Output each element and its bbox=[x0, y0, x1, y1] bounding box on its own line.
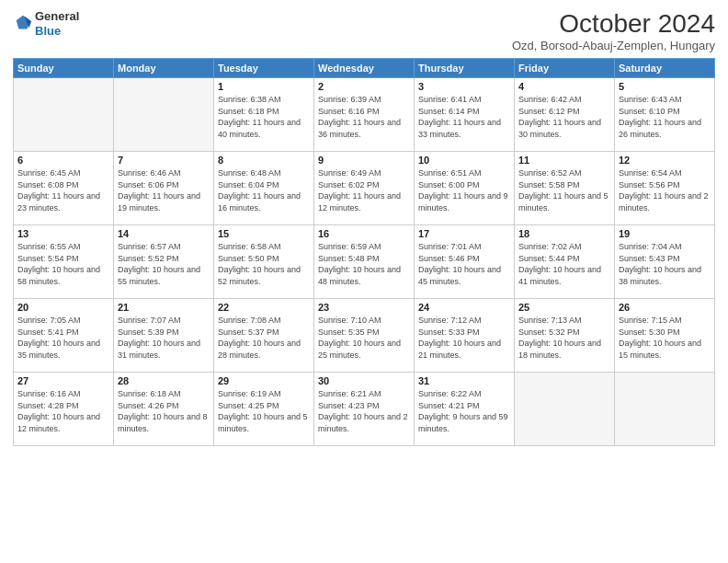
day-info: Sunrise: 6:49 AMSunset: 6:02 PMDaylight:… bbox=[318, 167, 410, 213]
table-row: 9Sunrise: 6:49 AMSunset: 6:02 PMDaylight… bbox=[314, 152, 415, 225]
day-number: 20 bbox=[17, 302, 109, 313]
day-number: 11 bbox=[518, 155, 610, 166]
table-row: 10Sunrise: 6:51 AMSunset: 6:00 PMDayligh… bbox=[415, 152, 515, 225]
day-info: Sunrise: 6:16 AMSunset: 4:28 PMDaylight:… bbox=[17, 388, 109, 434]
day-number: 6 bbox=[17, 155, 109, 166]
day-info: Sunrise: 6:42 AMSunset: 6:12 PMDaylight:… bbox=[518, 94, 610, 140]
table-row: 7Sunrise: 6:46 AMSunset: 6:06 PMDaylight… bbox=[114, 152, 214, 225]
day-number: 18 bbox=[518, 228, 610, 239]
table-row: 25Sunrise: 7:13 AMSunset: 5:32 PMDayligh… bbox=[515, 299, 615, 373]
logo-general-text: General bbox=[35, 9, 79, 24]
day-info: Sunrise: 7:08 AMSunset: 5:37 PMDaylight:… bbox=[218, 315, 310, 361]
day-number: 19 bbox=[619, 228, 711, 239]
table-row: 20Sunrise: 7:05 AMSunset: 5:41 PMDayligh… bbox=[14, 299, 114, 373]
day-info: Sunrise: 6:57 AMSunset: 5:52 PMDaylight:… bbox=[118, 241, 210, 287]
table-row bbox=[615, 373, 715, 446]
calendar-week-row: 20Sunrise: 7:05 AMSunset: 5:41 PMDayligh… bbox=[14, 299, 715, 373]
general-blue-icon bbox=[13, 14, 33, 34]
table-row bbox=[114, 78, 214, 152]
day-number: 28 bbox=[118, 375, 210, 386]
day-info: Sunrise: 6:46 AMSunset: 6:06 PMDaylight:… bbox=[118, 167, 210, 213]
day-number: 4 bbox=[518, 81, 610, 92]
day-info: Sunrise: 6:41 AMSunset: 6:14 PMDaylight:… bbox=[418, 94, 510, 140]
day-info: Sunrise: 7:07 AMSunset: 5:39 PMDaylight:… bbox=[118, 315, 210, 361]
day-number: 15 bbox=[218, 228, 310, 239]
day-number: 10 bbox=[418, 155, 510, 166]
day-number: 25 bbox=[518, 302, 610, 313]
day-number: 13 bbox=[17, 228, 109, 239]
table-row: 1Sunrise: 6:38 AMSunset: 6:18 PMDaylight… bbox=[214, 78, 314, 152]
header-sunday: Sunday bbox=[14, 59, 114, 78]
day-number: 9 bbox=[318, 155, 410, 166]
header-thursday: Thursday bbox=[415, 59, 515, 78]
day-info: Sunrise: 7:13 AMSunset: 5:32 PMDaylight:… bbox=[518, 315, 610, 361]
table-row: 23Sunrise: 7:10 AMSunset: 5:35 PMDayligh… bbox=[314, 299, 415, 373]
table-row: 16Sunrise: 6:59 AMSunset: 5:48 PMDayligh… bbox=[314, 225, 415, 299]
calendar-week-row: 1Sunrise: 6:38 AMSunset: 6:18 PMDaylight… bbox=[14, 78, 715, 152]
table-row: 22Sunrise: 7:08 AMSunset: 5:37 PMDayligh… bbox=[214, 299, 314, 373]
table-row: 11Sunrise: 6:52 AMSunset: 5:58 PMDayligh… bbox=[515, 152, 615, 225]
calendar-header-row: Sunday Monday Tuesday Wednesday Thursday… bbox=[14, 59, 715, 78]
day-number: 24 bbox=[418, 302, 510, 313]
day-info: Sunrise: 7:01 AMSunset: 5:46 PMDaylight:… bbox=[418, 241, 510, 287]
table-row: 27Sunrise: 6:16 AMSunset: 4:28 PMDayligh… bbox=[14, 373, 114, 446]
page-header: General Blue October 2024 Ozd, Borsod-Ab… bbox=[13, 9, 715, 52]
day-info: Sunrise: 6:39 AMSunset: 6:16 PMDaylight:… bbox=[318, 94, 410, 140]
day-info: Sunrise: 6:58 AMSunset: 5:50 PMDaylight:… bbox=[218, 241, 310, 287]
table-row: 12Sunrise: 6:54 AMSunset: 5:56 PMDayligh… bbox=[615, 152, 715, 225]
table-row: 4Sunrise: 6:42 AMSunset: 6:12 PMDaylight… bbox=[515, 78, 615, 152]
day-number: 29 bbox=[218, 375, 310, 386]
day-info: Sunrise: 6:59 AMSunset: 5:48 PMDaylight:… bbox=[318, 241, 410, 287]
day-number: 1 bbox=[218, 81, 310, 92]
header-friday: Friday bbox=[515, 59, 615, 78]
day-info: Sunrise: 7:15 AMSunset: 5:30 PMDaylight:… bbox=[619, 315, 711, 361]
day-number: 26 bbox=[619, 302, 711, 313]
day-info: Sunrise: 6:48 AMSunset: 6:04 PMDaylight:… bbox=[218, 167, 310, 213]
table-row: 26Sunrise: 7:15 AMSunset: 5:30 PMDayligh… bbox=[615, 299, 715, 373]
day-info: Sunrise: 6:18 AMSunset: 4:26 PMDaylight:… bbox=[118, 388, 210, 434]
table-row: 3Sunrise: 6:41 AMSunset: 6:14 PMDaylight… bbox=[415, 78, 515, 152]
day-info: Sunrise: 6:22 AMSunset: 4:21 PMDaylight:… bbox=[418, 388, 510, 434]
table-row: 24Sunrise: 7:12 AMSunset: 5:33 PMDayligh… bbox=[415, 299, 515, 373]
day-number: 27 bbox=[17, 375, 109, 386]
day-info: Sunrise: 6:54 AMSunset: 5:56 PMDaylight:… bbox=[619, 167, 711, 213]
header-monday: Monday bbox=[114, 59, 214, 78]
location: Ozd, Borsod-Abauj-Zemplen, Hungary bbox=[512, 39, 715, 52]
calendar-week-row: 13Sunrise: 6:55 AMSunset: 5:54 PMDayligh… bbox=[14, 225, 715, 299]
day-info: Sunrise: 6:43 AMSunset: 6:10 PMDaylight:… bbox=[619, 94, 711, 140]
day-info: Sunrise: 7:04 AMSunset: 5:43 PMDaylight:… bbox=[619, 241, 711, 287]
table-row: 19Sunrise: 7:04 AMSunset: 5:43 PMDayligh… bbox=[615, 225, 715, 299]
logo-blue-text: Blue bbox=[35, 24, 79, 39]
day-number: 8 bbox=[218, 155, 310, 166]
day-number: 31 bbox=[418, 375, 510, 386]
table-row bbox=[515, 373, 615, 446]
day-number: 30 bbox=[318, 375, 410, 386]
header-tuesday: Tuesday bbox=[214, 59, 314, 78]
calendar-week-row: 27Sunrise: 6:16 AMSunset: 4:28 PMDayligh… bbox=[14, 373, 715, 446]
day-info: Sunrise: 6:55 AMSunset: 5:54 PMDaylight:… bbox=[17, 241, 109, 287]
table-row: 28Sunrise: 6:18 AMSunset: 4:26 PMDayligh… bbox=[114, 373, 214, 446]
header-saturday: Saturday bbox=[615, 59, 715, 78]
day-number: 22 bbox=[218, 302, 310, 313]
table-row: 13Sunrise: 6:55 AMSunset: 5:54 PMDayligh… bbox=[14, 225, 114, 299]
calendar-table: Sunday Monday Tuesday Wednesday Thursday… bbox=[13, 58, 715, 446]
logo: General Blue bbox=[13, 9, 79, 38]
table-row: 2Sunrise: 6:39 AMSunset: 6:16 PMDaylight… bbox=[314, 78, 415, 152]
day-number: 16 bbox=[318, 228, 410, 239]
day-info: Sunrise: 7:12 AMSunset: 5:33 PMDaylight:… bbox=[418, 315, 510, 361]
calendar-week-row: 6Sunrise: 6:45 AMSunset: 6:08 PMDaylight… bbox=[14, 152, 715, 225]
table-row: 30Sunrise: 6:21 AMSunset: 4:23 PMDayligh… bbox=[314, 373, 415, 446]
day-info: Sunrise: 7:05 AMSunset: 5:41 PMDaylight:… bbox=[17, 315, 109, 361]
table-row: 15Sunrise: 6:58 AMSunset: 5:50 PMDayligh… bbox=[214, 225, 314, 299]
day-info: Sunrise: 6:45 AMSunset: 6:08 PMDaylight:… bbox=[17, 167, 109, 213]
day-info: Sunrise: 6:52 AMSunset: 5:58 PMDaylight:… bbox=[518, 167, 610, 213]
table-row: 17Sunrise: 7:01 AMSunset: 5:46 PMDayligh… bbox=[415, 225, 515, 299]
day-number: 17 bbox=[418, 228, 510, 239]
table-row: 21Sunrise: 7:07 AMSunset: 5:39 PMDayligh… bbox=[114, 299, 214, 373]
day-number: 3 bbox=[418, 81, 510, 92]
table-row: 14Sunrise: 6:57 AMSunset: 5:52 PMDayligh… bbox=[114, 225, 214, 299]
day-number: 5 bbox=[619, 81, 711, 92]
day-info: Sunrise: 7:10 AMSunset: 5:35 PMDaylight:… bbox=[318, 315, 410, 361]
table-row: 6Sunrise: 6:45 AMSunset: 6:08 PMDaylight… bbox=[14, 152, 114, 225]
day-info: Sunrise: 6:51 AMSunset: 6:00 PMDaylight:… bbox=[418, 167, 510, 213]
